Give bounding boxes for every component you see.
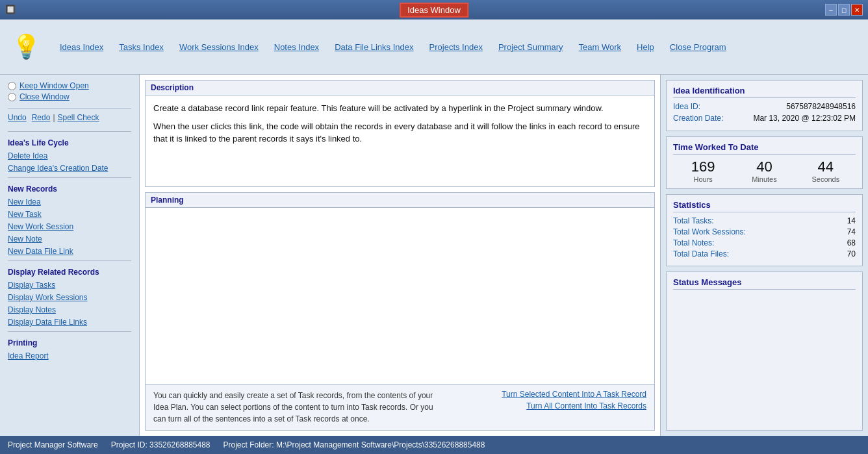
total-notes-value: 68	[847, 238, 856, 247]
logo-icon: 💡	[12, 33, 41, 60]
seconds-cell: 44 Seconds	[796, 158, 856, 183]
spell-check-link[interactable]: Spell Check	[58, 113, 99, 122]
statistics-section: Statistics Total Tasks: 14 Total Work Se…	[666, 194, 863, 266]
menu-team-work[interactable]: Team Work	[571, 40, 630, 55]
divider-2	[8, 131, 131, 132]
project-id-value: 33526268885488	[149, 440, 210, 449]
menu-ideas-index[interactable]: Ideas Index	[52, 40, 111, 55]
total-notes-row: Total Notes: 68	[673, 238, 856, 247]
total-data-files-label: Total Data Files:	[673, 249, 729, 259]
idea-ident-title: Idea Identification	[673, 86, 856, 98]
window-mode-group: Keep Window Open Close Window	[8, 81, 131, 101]
planning-footer-text: You can quickly and easily create a set …	[153, 390, 446, 425]
main-content: Keep Window Open Close Window Undo Redo …	[0, 75, 868, 436]
right-panel: Idea Identification Idea ID: 56758782489…	[660, 75, 868, 436]
hours-cell: 169 Hours	[673, 158, 733, 183]
display-related-title: Display Related Records	[8, 268, 131, 277]
project-folder-section: Project Folder: M:\Project Management So…	[223, 440, 485, 449]
description-content[interactable]: Create a database record link repair fea…	[146, 95, 654, 186]
project-id-label: Project ID:	[111, 440, 147, 449]
turn-selected-link[interactable]: Turn Selected Content Into A Task Record	[502, 390, 646, 399]
title-bar: 🔲 Ideas Window – ◻ ✕	[0, 0, 868, 19]
display-data-file-links-link[interactable]: Display Data File Links	[8, 317, 131, 327]
planning-content[interactable]	[146, 208, 654, 384]
status-bar: Project Manager Software Project ID: 335…	[0, 436, 868, 454]
time-worked-section: Time Worked To Date 169 Hours 40 Minutes…	[666, 136, 863, 189]
minutes-label: Minutes	[734, 175, 794, 183]
menu-tasks-index[interactable]: Tasks Index	[111, 40, 172, 55]
description-label: Description	[146, 81, 654, 95]
app-logo: 💡	[6, 24, 45, 69]
window-controls: – ◻ ✕	[825, 4, 863, 16]
total-data-files-row: Total Data Files: 70	[673, 249, 856, 259]
new-task-link[interactable]: New Task	[8, 209, 131, 220]
delete-idea-link[interactable]: Delete Idea	[8, 151, 131, 161]
minimize-button[interactable]: –	[825, 4, 837, 16]
total-tasks-value: 14	[847, 216, 856, 225]
status-messages-title: Status Messages	[673, 277, 856, 290]
app-icon: 🔲	[5, 5, 16, 15]
hours-value: 169	[673, 158, 733, 175]
menu-notes-index[interactable]: Notes Index	[266, 40, 327, 55]
description-text-1: Create a database record link repair fea…	[153, 102, 646, 115]
planning-footer: You can quickly and easily create a set …	[146, 384, 654, 430]
description-section: Description Create a database record lin…	[145, 80, 655, 187]
new-data-file-link[interactable]: New Data File Link	[8, 246, 131, 257]
redo-link[interactable]: Redo	[32, 113, 51, 122]
divider-1	[8, 108, 131, 109]
stats-title: Statistics	[673, 200, 856, 212]
new-idea-link[interactable]: New Idea	[8, 197, 131, 207]
creation-date-value: Mar 13, 2020 @ 12:23:02 PM	[753, 114, 856, 123]
window-title: Ideas Window	[400, 3, 468, 18]
menu-help[interactable]: Help	[629, 40, 662, 55]
idea-report-link[interactable]: Idea Report	[8, 351, 131, 361]
close-window-radio[interactable]: Close Window	[8, 92, 131, 101]
menu-bar: 💡 Ideas Index Tasks Index Work Sessions …	[0, 19, 868, 75]
maximize-button[interactable]: ◻	[838, 4, 850, 16]
total-work-sessions-row: Total Work Sessions: 74	[673, 227, 856, 236]
software-name: Project Manager Software	[8, 440, 98, 449]
idea-id-label: Idea ID:	[673, 102, 700, 111]
total-work-sessions-value: 74	[847, 227, 856, 236]
creation-date-label: Creation Date:	[673, 114, 723, 123]
display-notes-link[interactable]: Display Notes	[8, 305, 131, 315]
creation-date-row: Creation Date: Mar 13, 2020 @ 12:23:02 P…	[673, 114, 856, 123]
planning-section: Planning You can quickly and easily crea…	[145, 192, 655, 431]
idea-identification-section: Idea Identification Idea ID: 56758782489…	[666, 80, 863, 131]
minutes-cell: 40 Minutes	[734, 158, 794, 183]
turn-all-link[interactable]: Turn All Content Into Task Records	[502, 401, 646, 410]
planning-footer-links: Turn Selected Content Into A Task Record…	[502, 390, 646, 410]
total-data-files-value: 70	[847, 249, 856, 259]
total-tasks-label: Total Tasks:	[673, 216, 713, 225]
minutes-value: 40	[734, 158, 794, 175]
divider-4	[8, 260, 131, 261]
close-button[interactable]: ✕	[851, 4, 863, 16]
project-folder-label: Project Folder:	[223, 440, 274, 449]
menu-project-summary[interactable]: Project Summary	[491, 40, 571, 55]
new-records-title: New Records	[8, 184, 131, 194]
hours-label: Hours	[673, 175, 733, 183]
idea-id-value: 5675878248948516	[786, 102, 856, 111]
edit-actions: Undo Redo | Spell Check	[8, 113, 131, 122]
life-cycle-title: Idea's Life Cycle	[8, 138, 131, 147]
display-tasks-link[interactable]: Display Tasks	[8, 280, 131, 290]
menu-links: Ideas Index Tasks Index Work Sessions In…	[52, 40, 734, 55]
undo-link[interactable]: Undo	[8, 113, 27, 122]
menu-projects-index[interactable]: Projects Index	[422, 40, 491, 55]
idea-id-row: Idea ID: 5675878248948516	[673, 102, 856, 111]
planning-label: Planning	[146, 193, 654, 208]
seconds-value: 44	[796, 158, 856, 175]
menu-close-program[interactable]: Close Program	[662, 40, 734, 55]
total-tasks-row: Total Tasks: 14	[673, 216, 856, 225]
change-date-link[interactable]: Change Idea's Creation Date	[8, 163, 131, 173]
divider-5	[8, 331, 131, 332]
menu-work-sessions-index[interactable]: Work Sessions Index	[172, 40, 266, 55]
new-note-link[interactable]: New Note	[8, 234, 131, 244]
center-panel: Description Create a database record lin…	[140, 75, 660, 436]
new-work-session-link[interactable]: New Work Session	[8, 221, 131, 232]
keep-window-open-radio[interactable]: Keep Window Open	[8, 81, 131, 90]
time-worked-title: Time Worked To Date	[673, 142, 856, 155]
menu-data-file-links-index[interactable]: Data File Links Index	[327, 40, 421, 55]
display-work-sessions-link[interactable]: Display Work Sessions	[8, 292, 131, 303]
sidebar: Keep Window Open Close Window Undo Redo …	[0, 75, 140, 436]
